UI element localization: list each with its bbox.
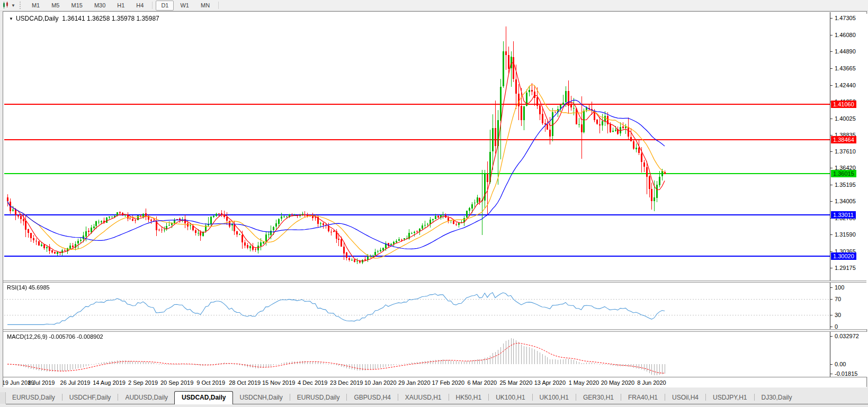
tab-uk100-h1[interactable]: UK100,H1: [533, 392, 575, 404]
tab-xauusd-h1[interactable]: XAUUSD,H1: [399, 392, 448, 404]
date-tick-label: 26 Jul 2019: [60, 379, 91, 386]
macd-tick: 0.032972: [835, 333, 859, 339]
chart-tab-bar: EURUSD,DailyUSDCHF,DailyAUDUSD,DailyUSDC…: [0, 388, 868, 407]
price-tick: 1.44890: [835, 48, 856, 55]
date-tick-label: 10 Jan 2020: [364, 379, 397, 386]
tf-button-d1[interactable]: D1: [156, 1, 174, 11]
date-tick-label: 15 Nov 2019: [262, 379, 295, 386]
tf-button-m5[interactable]: M5: [46, 1, 65, 11]
tab-divider: [346, 394, 347, 401]
date-tick-label: 6 Mar 2020: [468, 379, 497, 386]
tab-usdcnh-daily[interactable]: USDCNH,Daily: [233, 392, 289, 404]
toolbar-grip[interactable]: [20, 2, 23, 9]
level-price-label: 1.30020: [831, 252, 856, 260]
tab-divider: [290, 394, 290, 401]
macd-tick-mark: [830, 336, 833, 337]
rsi-tick: 100: [835, 284, 844, 291]
collapse-triangle-icon[interactable]: ▼: [9, 16, 13, 21]
chart-title: ▼USDCAD,Daily 1.36141 1.36258 1.35978 1.…: [9, 15, 159, 22]
level-price-label: 1.38464: [831, 136, 856, 143]
price-axis[interactable]: 1.473051.460801.448901.436651.424401.412…: [830, 14, 868, 283]
price-tick-mark: [830, 268, 833, 268]
rsi-indicator-canvas[interactable]: [4, 283, 830, 329]
date-tick-label: 25 Mar 2020: [499, 379, 532, 386]
timeframe-toolbar: ▼ M1M5M15M30H1H4D1W1MN: [0, 0, 868, 11]
macd-axis[interactable]: 0.0329720.00-0.01815: [830, 332, 868, 377]
date-tick-label: 17 Feb 2020: [432, 379, 464, 386]
tab-divider: [705, 394, 706, 401]
price-tick: 1.40025: [835, 115, 856, 122]
tf-button-mn[interactable]: MN: [195, 1, 215, 11]
rsi-tick-mark: [830, 287, 833, 288]
macd-tick: -0.01815: [835, 370, 857, 377]
macd-tick-mark: [830, 364, 833, 365]
tab-divider: [488, 394, 489, 401]
chart-window: ▼USDCAD,Daily 1.36141 1.36258 1.35978 1.…: [3, 11, 867, 387]
tf-button-m15[interactable]: M15: [66, 1, 87, 11]
caret-down-icon[interactable]: ▼: [11, 3, 15, 8]
tab-gbpusd-h4[interactable]: GBPUSD,H4: [347, 392, 397, 404]
price-tick-mark: [830, 85, 833, 86]
tab-divider: [754, 394, 755, 401]
tab-hk50-h1[interactable]: HK50,H1: [450, 392, 488, 404]
tf-button-h4[interactable]: H4: [131, 1, 149, 11]
date-tick-label: 8 Jun 2020: [637, 379, 666, 386]
macd-label: MACD(12,26,9) -0.005706 -0.008902: [7, 333, 103, 340]
price-tick: 1.46080: [835, 32, 856, 38]
date-tick-label: 1 May 2020: [569, 379, 599, 386]
tf-button-w1[interactable]: W1: [175, 1, 194, 11]
chart-symbol-label: USDCAD,Daily: [16, 15, 59, 22]
tab-usdjpy-h1[interactable]: USDJPY,H1: [706, 392, 753, 404]
level-price-label: 1.36015: [831, 170, 856, 177]
price-tick-mark: [830, 185, 833, 185]
tab-usoil-h4[interactable]: USOil,H4: [666, 392, 705, 404]
date-tick-label: 29 Jan 2020: [398, 379, 431, 386]
tf-button-m1[interactable]: M1: [26, 1, 45, 11]
price-tick: 1.47305: [835, 15, 856, 21]
macd-tick-mark: [830, 374, 833, 374]
price-tick: 1.42440: [835, 82, 856, 88]
price-tick-mark: [830, 201, 833, 202]
price-tick-mark: [830, 234, 833, 235]
price-tick: 1.35195: [835, 182, 856, 188]
tab-fra40-h1[interactable]: FRA40,H1: [622, 392, 664, 404]
date-tick-label: 2 Sep 2019: [128, 379, 158, 386]
tab-audusd-daily[interactable]: AUDUSD,Daily: [119, 392, 174, 404]
tf-button-m30[interactable]: M30: [89, 1, 111, 11]
pane-separator-macd[interactable]: [3, 329, 866, 332]
level-price-label: 1.33011: [831, 211, 856, 219]
tab-eurusd-daily[interactable]: EURUSD,Daily: [6, 392, 61, 404]
price-tick-mark: [830, 51, 833, 52]
price-tick-mark: [830, 18, 833, 19]
tab-uk100-h1[interactable]: UK100,H1: [489, 392, 531, 404]
macd-indicator-canvas[interactable]: [4, 332, 830, 377]
tf-button-h1[interactable]: H1: [112, 1, 130, 11]
toolbar-separator: [218, 2, 219, 9]
date-tick-label: 20 May 2020: [601, 379, 635, 386]
rsi-tick-mark: [830, 299, 833, 300]
tab-usdcad-daily[interactable]: USDCAD,Daily: [174, 391, 233, 404]
tab-dj30-daily[interactable]: DJ30,Daily: [755, 392, 799, 404]
rsi-axis[interactable]: 10070300: [830, 283, 868, 329]
price-tick-mark: [830, 251, 833, 252]
tab-ger30-h1[interactable]: GER30,H1: [577, 392, 620, 404]
tab-strip-edge: [0, 392, 6, 404]
price-tick-mark: [830, 151, 833, 152]
pane-separator-rsi[interactable]: [3, 281, 866, 283]
tab-divider: [62, 394, 62, 401]
price-chart-canvas[interactable]: [4, 14, 830, 281]
tab-divider: [665, 394, 665, 401]
date-tick-label: 14 Aug 2019: [93, 379, 126, 386]
candlestick-tool-icon[interactable]: [2, 1, 10, 10]
tab-divider: [621, 394, 621, 401]
date-tick-label: 20 Sep 2019: [160, 379, 193, 386]
price-tick-mark: [830, 68, 833, 69]
tab-eurusd-daily[interactable]: EURUSD,Daily: [291, 392, 346, 404]
tab-usdchf-daily[interactable]: USDCHF,Daily: [63, 392, 118, 404]
price-tick: 1.34005: [835, 198, 856, 204]
price-tick-mark: [830, 119, 833, 119]
date-axis[interactable]: 19 Jun 20198 Jul 201926 Jul 201914 Aug 2…: [3, 377, 866, 387]
rsi-tick-mark: [830, 327, 833, 327]
tab-divider: [532, 394, 533, 401]
price-tick: 1.29175: [835, 265, 856, 271]
